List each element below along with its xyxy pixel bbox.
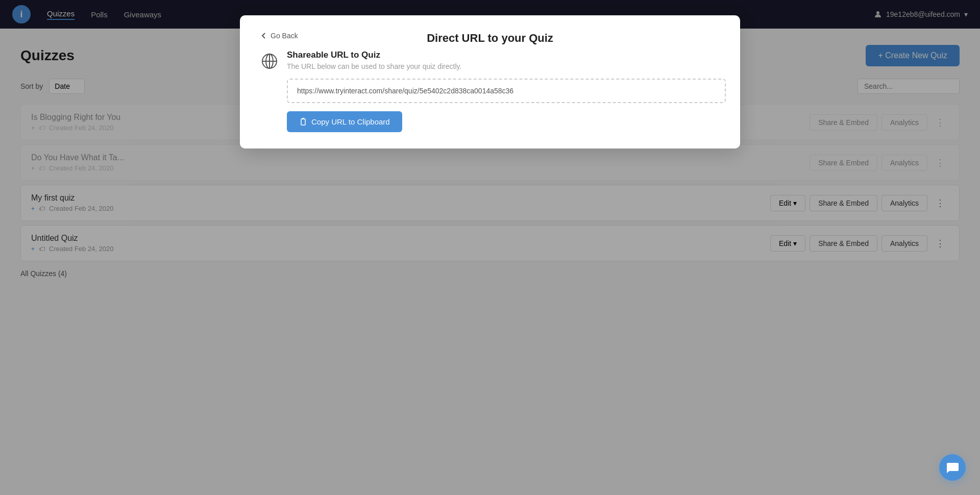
modal-title: Direct URL to your Quiz xyxy=(427,32,553,45)
modal-section: Shareable URL to Quiz The URL below can … xyxy=(260,50,720,132)
chat-button[interactable] xyxy=(939,454,966,481)
copy-url-button[interactable]: Copy URL to Clipboard xyxy=(287,111,402,132)
section-desc: The URL below can be used to share your … xyxy=(287,62,726,70)
chat-icon xyxy=(946,461,959,474)
svg-rect-5 xyxy=(301,119,305,125)
url-display: https://www.tryinteract.com/share/quiz/5… xyxy=(287,79,726,103)
modal-overlay: Go Back Direct URL to your Quiz Shareabl… xyxy=(0,0,980,495)
modal: Go Back Direct URL to your Quiz Shareabl… xyxy=(240,15,740,148)
globe-icon xyxy=(260,52,279,70)
svg-rect-6 xyxy=(302,118,304,119)
back-arrow-icon xyxy=(260,32,267,39)
clipboard-icon xyxy=(299,118,307,126)
section-heading: Shareable URL to Quiz xyxy=(287,50,726,60)
